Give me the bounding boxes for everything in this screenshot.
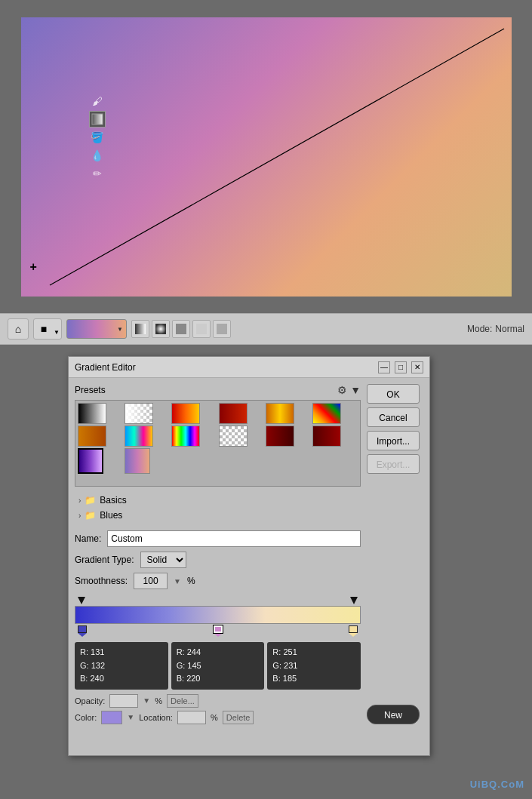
export-button: Export...	[367, 454, 420, 474]
home-button[interactable]: ⌂	[8, 318, 29, 340]
smoothness-input[interactable]	[134, 573, 168, 589]
dialog-right-panel: OK Cancel Import... Export... New	[367, 384, 423, 724]
chevron-right-icon: ›	[78, 512, 81, 520]
presets-label: Presets	[75, 385, 106, 395]
presets-wrapper	[75, 400, 361, 487]
new-button[interactable]: New	[367, 705, 420, 724]
name-label: Name:	[75, 533, 101, 544]
gradient-tool-icon[interactable]	[89, 111, 106, 128]
diamond-gradient-btn[interactable]	[213, 320, 231, 338]
opacity-label: Opacity:	[75, 696, 105, 705]
color-stop-left[interactable]	[78, 625, 87, 636]
preset-swatch[interactable]	[171, 403, 200, 424]
svg-rect-2	[135, 324, 146, 334]
opacity-dropdown[interactable]: ▼	[143, 696, 150, 705]
ok-button[interactable]: OK	[367, 384, 420, 404]
stop-panel-right: R: 251 G: 231 B: 185	[267, 642, 361, 690]
folder-basics-label: Basics	[100, 495, 126, 506]
opacity-stop-left[interactable]	[78, 597, 85, 604]
reflected-gradient-btn[interactable]	[192, 320, 211, 338]
opacity-delete-button[interactable]: Dele...	[167, 694, 198, 708]
dialog-controls: — □ ✕	[378, 361, 423, 373]
smoothness-unit: %	[187, 576, 195, 586]
presets-header: Presets ⚙ ▼	[75, 384, 361, 396]
fill-tool-icon[interactable]: 🪣	[89, 129, 106, 146]
svg-line-0	[50, 29, 504, 285]
dialog-content: Presets ⚙ ▼	[69, 378, 429, 730]
import-button[interactable]: Import...	[367, 431, 420, 450]
angle-gradient-btn[interactable]	[172, 320, 190, 338]
color-stop-middle[interactable]	[214, 625, 223, 636]
dialog-backdrop: Gradient Editor — □ ✕ Presets ⚙ ▼	[0, 345, 532, 797]
maximize-button[interactable]: □	[395, 361, 407, 373]
stop-panel-middle: R: 244 G: 145 B: 220	[171, 642, 265, 690]
chevron-right-icon: ›	[78, 496, 81, 505]
opacity-stop-right[interactable]	[350, 597, 358, 604]
minimize-button[interactable]: —	[378, 361, 390, 373]
color-dropdown[interactable]: ▼	[127, 713, 134, 721]
color-stop-right[interactable]	[349, 625, 358, 636]
radial-gradient-btn[interactable]	[152, 320, 170, 338]
preset-swatch[interactable]	[312, 426, 341, 447]
location-label: Location:	[139, 713, 173, 722]
color-delete-button[interactable]: Delete	[223, 711, 254, 724]
color-label: Color:	[75, 713, 97, 722]
opacity-input[interactable]	[109, 694, 138, 708]
smoothness-label: Smoothness:	[75, 576, 128, 586]
preset-swatch[interactable]	[266, 426, 294, 447]
presets-grid-container[interactable]	[75, 400, 361, 487]
watermark: UiBQ.CoM	[470, 779, 524, 790]
opacity-unit: %	[155, 696, 162, 705]
gradient-type-row: Gradient Type: Solid Noise	[75, 552, 361, 568]
preset-swatch[interactable]	[125, 426, 153, 447]
location-input[interactable]	[177, 711, 206, 724]
smoothness-dropdown-icon[interactable]: ▼	[174, 577, 181, 585]
eyedropper-icon[interactable]: 💧	[89, 147, 106, 164]
mode-selector: Mode: Normal	[467, 324, 524, 334]
preset-swatch[interactable]	[78, 403, 106, 424]
gradient-editor-dialog: Gradient Editor — □ ✕ Presets ⚙ ▼	[68, 356, 430, 756]
preset-swatch[interactable]	[171, 426, 200, 447]
svg-rect-4	[176, 324, 186, 334]
gradient-preview-button[interactable]	[66, 319, 127, 339]
gradient-bar-section	[75, 597, 361, 636]
toolbox: 🖌 🪣 💧 ✏	[89, 93, 106, 182]
color-row: Color: ▼ Location: % Delete	[75, 711, 361, 724]
dialog-title: Gradient Editor	[75, 362, 136, 373]
folder-basics[interactable]: › 📁 Basics	[75, 493, 361, 508]
opacity-row: Opacity: ▼ % Dele...	[75, 694, 361, 708]
linear-gradient-btn[interactable]	[131, 320, 149, 338]
gradient-bar[interactable]	[75, 606, 361, 624]
canvas-area: 🖌 🪣 💧 ✏ +	[0, 0, 532, 313]
extra-tool-icon[interactable]: ✏	[89, 165, 106, 182]
mode-value[interactable]: Normal	[495, 324, 524, 334]
location-unit: %	[211, 713, 218, 722]
preset-swatch[interactable]	[125, 448, 150, 474]
name-input[interactable]	[107, 530, 361, 547]
svg-rect-3	[155, 324, 166, 334]
dialog-titlebar: Gradient Editor — □ ✕	[69, 357, 429, 378]
cancel-button[interactable]: Cancel	[367, 407, 420, 427]
preset-swatch[interactable]	[219, 426, 248, 447]
dialog-left-panel: Presets ⚙ ▼	[75, 384, 361, 724]
preset-swatch-active[interactable]	[78, 448, 103, 474]
svg-rect-5	[196, 324, 207, 334]
preset-swatch[interactable]	[266, 403, 294, 424]
svg-rect-6	[217, 324, 227, 334]
close-button[interactable]: ✕	[411, 361, 423, 373]
preset-swatch[interactable]	[312, 403, 341, 424]
presets-gear-button[interactable]: ⚙ ▼	[337, 384, 361, 396]
shape-buttons	[131, 320, 231, 338]
shape-selector-button[interactable]: ■ ▼	[33, 318, 62, 340]
preset-swatch[interactable]	[125, 403, 153, 424]
folder-blues[interactable]: › 📁 Blues	[75, 508, 361, 523]
preset-swatch[interactable]	[219, 403, 248, 424]
gradient-type-select[interactable]: Solid Noise	[140, 552, 186, 568]
preset-swatch[interactable]	[78, 426, 106, 447]
color-swatch[interactable]	[101, 711, 122, 724]
mode-label: Mode:	[467, 324, 492, 334]
plus-indicator: +	[30, 260, 37, 274]
gradient-type-label: Gradient Type:	[75, 555, 134, 565]
brush-tool-icon[interactable]: 🖌	[89, 93, 106, 109]
toolbar: ⌂ ■ ▼ Mode: Normal	[0, 313, 532, 345]
